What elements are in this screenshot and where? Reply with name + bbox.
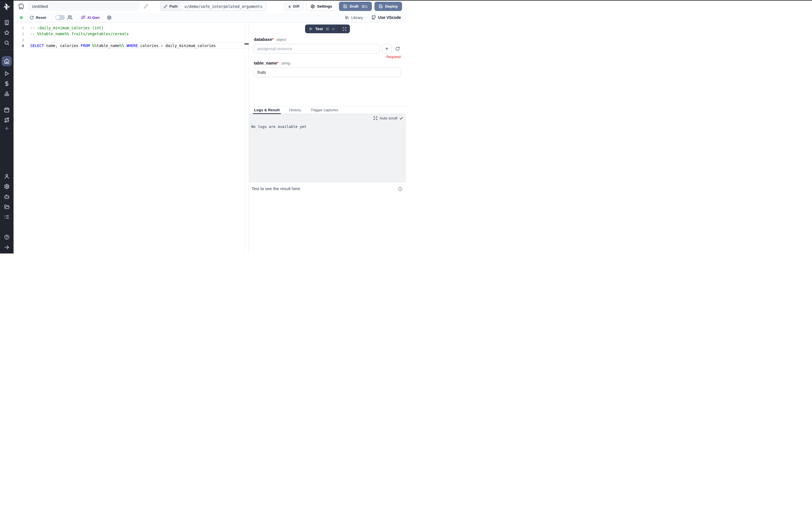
sidebar-item-workers[interactable] <box>0 194 13 200</box>
plus-minus-icon: ± <box>289 4 291 9</box>
table-name-input[interactable] <box>254 68 401 77</box>
right-panel: Test ⌘ ↵ database* <box>249 22 406 253</box>
favorites-star-icon[interactable] <box>0 30 13 36</box>
sidebar-item-settings[interactable] <box>0 184 13 189</box>
save-icon <box>343 4 347 8</box>
test-button[interactable]: Test ⌘ ↵ <box>305 24 339 33</box>
path-value: u/demo/safe_interpolated_arguments <box>181 2 266 11</box>
sidebar-item-triggers[interactable] <box>0 117 13 123</box>
edit-title-pencil-icon[interactable] <box>144 4 148 9</box>
edit-path-pencil-icon <box>163 4 167 8</box>
search-icon[interactable] <box>0 40 13 46</box>
magic-wand-icon <box>81 15 86 20</box>
diff-button[interactable]: ± Diff <box>284 2 304 11</box>
sidebar-item-account[interactable] <box>0 173 13 179</box>
code-line-3: 3 <box>13 37 249 43</box>
reset-button[interactable]: Reset <box>30 15 46 20</box>
status-dot <box>20 16 23 19</box>
library-icon <box>345 15 349 20</box>
sidebar-item-home[interactable] <box>2 56 12 66</box>
cursor-position-mark <box>245 43 249 45</box>
refresh-resource-button[interactable] <box>394 47 401 51</box>
ai-gen-button[interactable]: AI Gen <box>81 15 100 20</box>
code-editor[interactable]: 1 -- :daily_minimum_calories (int) 2 -- … <box>13 22 249 253</box>
logs-result-section: Logs & Result History Trigger captures A… <box>249 106 406 253</box>
sidebar-item-variables[interactable] <box>0 81 13 87</box>
sidebar-divider <box>0 50 13 50</box>
line-number: 3 <box>13 37 30 43</box>
sidebar-item-resources[interactable] <box>0 91 13 97</box>
github-icon <box>371 15 376 20</box>
window-top-edge <box>0 0 406 1</box>
code-line-1: 1 -- :daily_minimum_calories (int) <box>13 25 249 31</box>
field-database-label: database* <box>254 37 274 42</box>
script-path[interactable]: Path u/demo/safe_interpolated_arguments <box>160 2 266 11</box>
deploy-button[interactable]: Deploy <box>374 2 402 11</box>
capture-icon <box>342 27 347 31</box>
help-icon[interactable] <box>0 234 13 240</box>
play-icon <box>309 27 313 31</box>
check-icon <box>399 116 403 120</box>
tab-logs-result[interactable]: Logs & Result <box>254 107 280 114</box>
line-number: 2 <box>13 31 30 37</box>
result-area: Test to see the result here <box>249 182 406 253</box>
logs-area: Auto scroll No logs are available yet <box>249 114 406 182</box>
line-number: 4 <box>13 43 30 49</box>
test-button-group: Test ⌘ ↵ <box>305 24 350 33</box>
required-note: Required <box>254 55 401 59</box>
test-args-section: Test ⌘ ↵ database* <box>249 22 406 106</box>
collapse-sidebar-icon[interactable] <box>0 244 13 250</box>
logs-empty-message: No logs are available yet <box>251 124 403 129</box>
cmd-icon: ⌘ <box>325 27 329 31</box>
info-icon[interactable] <box>398 187 403 191</box>
database-input[interactable] <box>254 44 380 54</box>
windmill-app: Path u/demo/safe_interpolated_arguments … <box>0 0 406 253</box>
script-title-input[interactable] <box>28 2 140 11</box>
users-icon[interactable] <box>67 15 72 20</box>
field-table-name: table_name* string <box>254 61 401 77</box>
panel-tabs: Logs & Result History Trigger captures <box>249 107 406 114</box>
refresh-icon <box>395 47 400 51</box>
left-sidebar <box>0 0 13 253</box>
path-label: Path <box>169 4 177 8</box>
field-table-name-label: table_name* <box>254 61 278 65</box>
editor-overview-ruler[interactable] <box>245 22 249 253</box>
sidebar-item-schedules[interactable] <box>0 107 13 113</box>
settings-button[interactable]: Settings <box>306 2 336 11</box>
editor-settings-gear-icon[interactable] <box>107 15 112 20</box>
library-button[interactable]: Library <box>345 15 363 20</box>
sidebar-item-audit-logs[interactable] <box>0 214 13 220</box>
plus-icon <box>385 47 389 51</box>
field-database-type: object <box>276 38 286 42</box>
code-line-4-current: 4 SELECT name, calories FROM %%table_nam… <box>13 43 249 49</box>
draft-button[interactable]: Draft ⌘S <box>339 2 372 11</box>
tab-history[interactable]: History <box>289 107 301 114</box>
result-hint: Test to see the result here <box>252 186 300 191</box>
windmill-logo-icon[interactable] <box>2 2 11 11</box>
gear-icon <box>310 4 315 9</box>
required-asterisk: * <box>272 37 274 42</box>
auto-scroll-control[interactable]: Auto scroll <box>251 116 403 120</box>
sidebar-item-runs[interactable] <box>0 71 13 76</box>
line-number: 1 <box>13 25 30 31</box>
add-resource-button[interactable] <box>382 44 392 54</box>
code-line-2: 2 -- %%table_name%% fruits/vegetables/ce… <box>13 31 249 37</box>
sidebar-item-folders[interactable] <box>0 204 13 210</box>
required-asterisk: * <box>277 61 279 65</box>
collab-toggle[interactable] <box>55 15 65 20</box>
draft-shortcut: ⌘S <box>361 4 368 9</box>
tab-trigger-captures[interactable]: Trigger captures <box>311 107 338 114</box>
editor-toolbar: Reset AI Gen Library Use VScode <box>13 13 406 22</box>
field-database: database* object Required <box>254 37 401 59</box>
capture-test-button[interactable] <box>339 24 350 33</box>
workspace-icon[interactable] <box>0 20 13 25</box>
field-table-name-type: string <box>281 61 290 65</box>
use-vscode-button[interactable]: Use VScode <box>371 15 401 20</box>
sidebar-add-icon[interactable] <box>0 126 13 131</box>
enter-icon: ↵ <box>332 27 335 31</box>
save-icon <box>378 4 383 8</box>
reset-icon <box>30 15 34 20</box>
postgresql-icon <box>18 3 26 10</box>
expand-icon[interactable] <box>373 116 377 120</box>
editor-header: Path u/demo/safe_interpolated_arguments … <box>13 0 406 13</box>
